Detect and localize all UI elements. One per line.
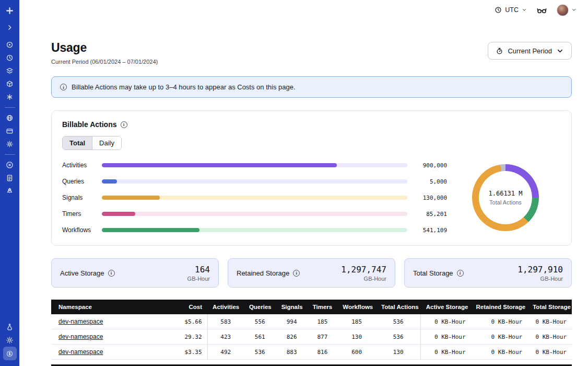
namespace-cell: dev-namespace — [51, 329, 168, 345]
table-cell: 492 — [207, 345, 244, 360]
column-header: Timers — [308, 300, 338, 314]
app-root: UTC Usage Current Period (06/01/2024 – 0… — [0, 0, 588, 366]
sidebar-item-expand[interactable] — [3, 21, 17, 33]
document-icon — [6, 174, 14, 182]
bar-track — [102, 163, 407, 167]
info-banner: Billable Actions may take up to 3–4 hour… — [51, 76, 572, 98]
temporal-logo-icon — [5, 6, 14, 15]
table-cell: 0 KB-Hour — [421, 345, 471, 360]
tab-daily[interactable]: Daily — [92, 136, 121, 150]
table-cell: 0 KB-Hour — [421, 314, 471, 329]
sidebar-item-logo[interactable] — [3, 4, 17, 17]
flask-icon — [6, 323, 14, 331]
stat-label-text: Active Storage — [60, 269, 104, 277]
sidebar-divider — [5, 107, 15, 108]
gear-icon — [6, 140, 14, 148]
table-cell: 561 — [244, 329, 276, 345]
info-icon[interactable] — [108, 270, 115, 277]
table-cell: $5.66 — [168, 314, 207, 329]
stat-label-text: Retained Storage — [237, 269, 289, 277]
rocket-icon — [6, 187, 14, 195]
donut-total-label: Total Actions — [489, 199, 522, 205]
bar-row-activities: Activities900,000 — [62, 162, 447, 169]
table-cell: 994 — [276, 314, 308, 329]
table-row: dev-namespace$5.665835569941851855360 KB… — [51, 314, 572, 329]
sidebar-item-billing-card[interactable] — [3, 124, 17, 137]
column-header: Retained Storage — [471, 300, 528, 314]
sidebar-item-docs[interactable] — [3, 171, 17, 184]
stat-unit: GB-Hour — [187, 276, 210, 282]
table-cell: 0 KB-Hour — [527, 329, 572, 345]
info-icon[interactable] — [121, 121, 127, 128]
user-menu[interactable] — [557, 4, 577, 16]
total-storage-card: Total Storage 1,297,910 GB-Hour — [404, 258, 572, 288]
topbar: UTC — [19, 0, 588, 20]
globe-icon — [6, 114, 14, 122]
page-title: Usage — [51, 41, 158, 55]
storage-stats-row: Active Storage 164 GB-Hour Retained Stor… — [51, 258, 572, 288]
table-cell: 883 — [276, 345, 308, 360]
sidebar-item-target[interactable] — [3, 38, 17, 51]
bar-row-signals: Signals130,000 — [62, 194, 447, 201]
sidebar-item-globe[interactable] — [3, 111, 17, 124]
sidebar-item-usage[interactable] — [3, 347, 17, 360]
sidebar-item-settings[interactable] — [3, 138, 17, 150]
info-icon[interactable] — [457, 270, 464, 277]
support-button[interactable] — [536, 5, 547, 16]
sidebar-item-history[interactable] — [3, 51, 17, 64]
sidebar-item-theme[interactable] — [3, 334, 17, 346]
info-icon[interactable] — [293, 270, 300, 277]
bar-value: 5,000 — [414, 178, 447, 185]
table-cell: 0 KB-Hour — [471, 314, 528, 329]
bar-label: Activities — [62, 162, 96, 169]
namespace-cell: dev-namespace — [51, 314, 168, 329]
main-area: UTC Usage Current Period (06/01/2024 – 0… — [19, 0, 588, 366]
billable-view-tabs: Total Daily — [62, 136, 122, 150]
sidebar-item-asterisk[interactable] — [3, 90, 17, 103]
timezone-label: UTC — [505, 6, 519, 14]
namespace-link[interactable]: dev-namespace — [58, 318, 103, 325]
sidebar-item-labs[interactable] — [3, 321, 17, 333]
cube-icon — [6, 80, 14, 88]
dollar-icon — [6, 350, 14, 358]
stat-label-text: Total Storage — [413, 269, 453, 277]
column-header: Total Actions — [376, 300, 421, 314]
stat-label: Retained Storage — [237, 269, 300, 277]
table-cell: 0 KB-Hour — [421, 329, 471, 345]
sidebar-item-rocket[interactable] — [3, 185, 17, 197]
donut-total-value: 1.66131 M — [488, 190, 522, 197]
stat-value: 1,297,910 — [518, 265, 563, 274]
sidebar-item-layers[interactable] — [3, 64, 17, 77]
bar-label: Signals — [62, 194, 96, 201]
column-header: Workflows — [337, 300, 376, 314]
bar-value: 85,201 — [414, 211, 447, 218]
table-cell: 556 — [244, 314, 276, 329]
namespace-link[interactable]: dev-namespace — [58, 333, 103, 340]
stat-value: 164 — [187, 265, 210, 274]
total-actions-donut: 1.66131 M Total Actions — [472, 164, 539, 231]
stat-unit: GB-Hour — [518, 276, 563, 282]
table-cell: $3.35 — [168, 345, 207, 360]
bar-track — [102, 196, 407, 200]
period-selector-button[interactable]: Current Period — [488, 42, 572, 60]
bar-track — [102, 228, 407, 232]
column-header: Activities — [207, 300, 244, 314]
table-cell: 877 — [308, 329, 338, 345]
table-cell: 130 — [376, 345, 421, 360]
bar-fill — [102, 196, 160, 200]
table-cell: 0 KB-Hour — [471, 329, 528, 345]
billable-chart: Activities900,000Queries5,000Signals130,… — [62, 162, 561, 234]
table-cell: 600 — [337, 345, 376, 360]
table-cell: 0 KB-Hour — [471, 345, 528, 360]
table-cell: 536 — [376, 329, 421, 345]
retained-storage-card: Retained Storage 1,297,747 GB-Hour — [228, 258, 395, 288]
sidebar-item-cube[interactable] — [3, 77, 17, 90]
namespace-cell: dev-namespace — [51, 345, 168, 360]
namespace-link[interactable]: dev-namespace — [58, 348, 103, 356]
sidebar-item-blocked[interactable] — [3, 158, 17, 171]
timezone-selector[interactable]: UTC — [495, 6, 527, 14]
tab-total[interactable]: Total — [63, 136, 92, 150]
bar-label: Queries — [62, 178, 96, 185]
donut-center: 1.66131 M Total Actions — [479, 171, 532, 224]
table-cell: 185 — [308, 314, 338, 329]
